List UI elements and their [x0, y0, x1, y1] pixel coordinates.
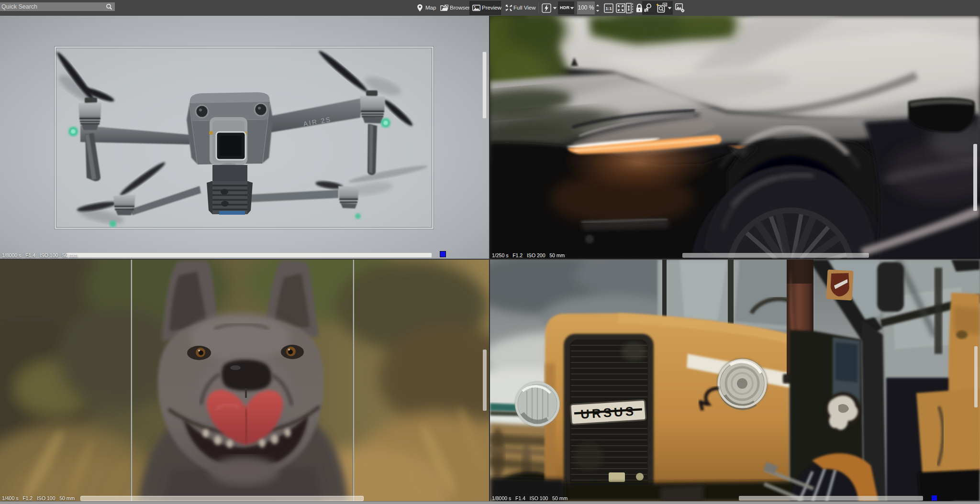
svg-text:AI: AI [664, 3, 667, 6]
svg-text:1:1: 1:1 [605, 6, 612, 11]
